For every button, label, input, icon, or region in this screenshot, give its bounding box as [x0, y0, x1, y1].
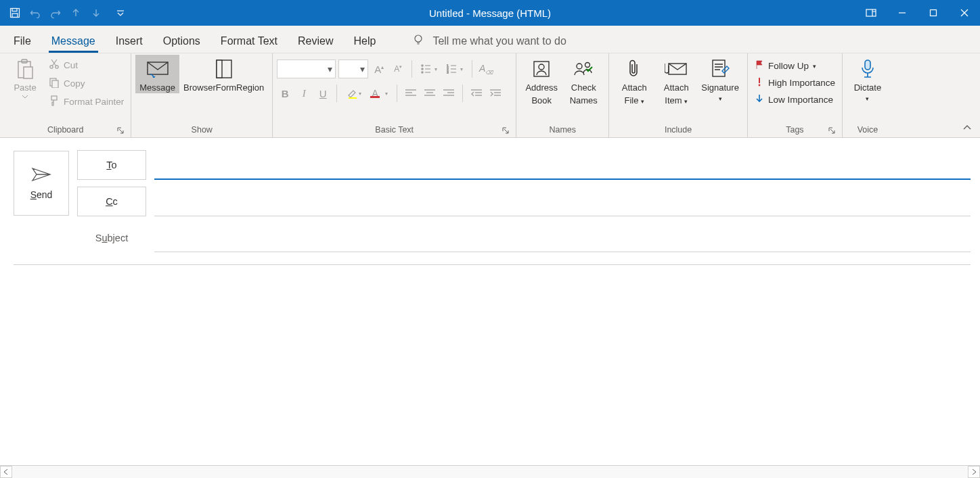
- tab-message[interactable]: Message: [47, 30, 99, 53]
- address-book-button[interactable]: Address Book: [520, 55, 562, 107]
- tab-format-text[interactable]: Format Text: [217, 30, 282, 53]
- increase-indent-button[interactable]: [487, 85, 504, 102]
- align-center-button[interactable]: [422, 85, 438, 102]
- prev-item-button[interactable]: [66, 3, 85, 22]
- basic-text-dialog-launcher[interactable]: [501, 126, 510, 136]
- svg-rect-4: [866, 9, 876, 16]
- cut-icon: [49, 59, 60, 72]
- show-message-button[interactable]: Message: [135, 55, 179, 93]
- highlight-color-button[interactable]: ▾: [342, 85, 365, 102]
- align-left-button[interactable]: [403, 85, 419, 102]
- shrink-font-button[interactable]: A▾: [390, 60, 406, 78]
- tab-options[interactable]: Options: [159, 30, 204, 53]
- group-include: Attach File ▾ Attach Item ▾ Signature ▾ …: [609, 53, 748, 137]
- underline-button[interactable]: U: [315, 85, 331, 102]
- font-size-combo[interactable]: ▾: [338, 59, 368, 78]
- svg-point-13: [50, 66, 53, 68]
- next-item-button[interactable]: [87, 3, 106, 22]
- quick-access-toolbar: [0, 0, 130, 26]
- group-clipboard-label: Clipboard: [47, 125, 84, 135]
- scroll-right-button[interactable]: [968, 466, 980, 478]
- to-button[interactable]: To: [77, 150, 146, 180]
- show-message-label: Message: [139, 82, 175, 93]
- group-tags-label: Tags: [786, 125, 803, 135]
- italic-button[interactable]: I: [296, 85, 312, 102]
- collapse-ribbon-button[interactable]: [962, 122, 972, 133]
- group-show: Message BrowserFormRegion Show: [131, 53, 273, 137]
- signature-button[interactable]: Signature ▾: [697, 55, 743, 103]
- format-painter-label: Format Painter: [64, 97, 124, 107]
- paste-button[interactable]: Paste: [4, 55, 46, 99]
- to-field[interactable]: [154, 150, 971, 180]
- lightbulb-icon: [412, 34, 424, 49]
- attach-file-label-1: Attach: [622, 82, 647, 93]
- group-include-label: Include: [665, 125, 692, 135]
- chevron-down-icon: ▾: [324, 64, 335, 74]
- maximize-button[interactable]: [918, 0, 949, 26]
- copy-icon: [49, 77, 60, 90]
- tab-help[interactable]: Help: [350, 30, 380, 53]
- cut-label: Cut: [64, 60, 78, 70]
- clipboard-dialog-launcher[interactable]: [116, 126, 125, 136]
- check-names-button[interactable]: Check Names: [562, 55, 604, 107]
- group-tags: Follow Up ▾ High Importance Low Importan…: [748, 53, 843, 137]
- svg-point-57: [758, 85, 760, 87]
- subject-field[interactable]: [154, 223, 971, 252]
- message-body[interactable]: [14, 264, 971, 468]
- svg-point-14: [55, 66, 58, 68]
- undo-button[interactable]: [26, 3, 45, 22]
- send-button[interactable]: Send: [14, 151, 69, 216]
- window-controls: [855, 0, 980, 26]
- tab-review[interactable]: Review: [294, 30, 337, 53]
- chevron-down-icon: ▾: [813, 63, 816, 70]
- low-importance-label: Low Importance: [768, 95, 833, 105]
- font-color-button[interactable]: A▾: [368, 85, 391, 102]
- envelope-icon: [146, 57, 169, 80]
- cut-button[interactable]: Cut: [46, 57, 127, 73]
- copy-button[interactable]: Copy: [46, 76, 127, 91]
- dictate-label: Dictate: [854, 82, 881, 93]
- horizontal-scrollbar[interactable]: [0, 465, 980, 478]
- scroll-left-button[interactable]: [0, 466, 12, 478]
- decrease-indent-button[interactable]: [468, 85, 485, 102]
- tab-file[interactable]: File: [9, 30, 35, 53]
- low-importance-button[interactable]: Low Importance: [752, 93, 838, 107]
- paperclip-icon: [627, 57, 642, 80]
- browser-form-region-label: BrowserFormRegion: [183, 82, 264, 93]
- bullets-button[interactable]: ▾: [418, 60, 441, 78]
- clear-formatting-button[interactable]: A⌫: [478, 60, 494, 78]
- ribbon-tabs: File Message Insert Options Format Text …: [0, 26, 980, 53]
- attach-item-button[interactable]: Attach Item ▾: [655, 55, 697, 107]
- high-importance-button[interactable]: High Importance: [752, 76, 838, 90]
- tab-insert[interactable]: Insert: [112, 30, 147, 53]
- redo-button[interactable]: [46, 3, 65, 22]
- group-names: Address Book Check Names Names: [516, 53, 609, 137]
- cc-field[interactable]: [154, 187, 971, 216]
- svg-rect-16: [52, 80, 58, 88]
- save-button[interactable]: [5, 3, 24, 22]
- send-icon: [31, 167, 51, 184]
- svg-rect-58: [865, 60, 870, 70]
- high-importance-label: High Importance: [768, 78, 835, 88]
- follow-up-button[interactable]: Follow Up ▾: [752, 59, 838, 73]
- ribbon-display-options-button[interactable]: [855, 0, 887, 26]
- align-right-button[interactable]: [441, 85, 457, 102]
- title-bar: Untitled - Message (HTML): [0, 0, 980, 26]
- cc-button[interactable]: Cc: [77, 187, 146, 216]
- customize-qat-button[interactable]: [111, 3, 130, 22]
- tell-me-search[interactable]: Tell me what you want to do: [412, 34, 566, 53]
- close-button[interactable]: [949, 0, 980, 26]
- bold-button[interactable]: B: [277, 85, 293, 102]
- signature-label: Signature: [701, 82, 739, 93]
- font-name-combo[interactable]: ▾: [277, 59, 336, 78]
- to-label: To: [106, 160, 116, 170]
- numbering-button[interactable]: 123▾: [443, 60, 466, 78]
- tags-dialog-launcher[interactable]: [827, 126, 837, 136]
- format-painter-button[interactable]: Format Painter: [46, 94, 127, 110]
- minimize-button[interactable]: [887, 0, 918, 26]
- group-clipboard: Paste Cut Copy Format Painter Clipboard: [0, 53, 131, 137]
- browser-form-region-button[interactable]: BrowserFormRegion: [179, 55, 268, 93]
- grow-font-button[interactable]: A▴: [371, 60, 387, 78]
- attach-file-button[interactable]: Attach File ▾: [613, 55, 655, 107]
- dictate-button[interactable]: Dictate ▾: [847, 55, 889, 103]
